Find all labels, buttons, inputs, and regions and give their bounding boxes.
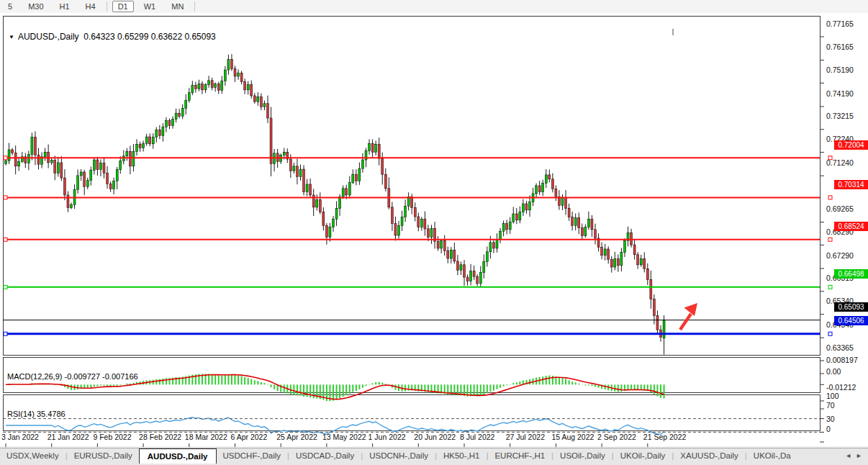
chart-tab-eurchf-h1[interactable]: EURCHF-,H1 — [488, 449, 551, 461]
chart-tab-ukoil-daily[interactable]: UKOil-,Daily — [614, 449, 672, 461]
timeframe-button-5[interactable]: 5 — [2, 1, 18, 12]
rsi-scale-label: 0 — [826, 425, 831, 433]
chart-tab-usoil-daily[interactable]: USOil-,Daily — [553, 449, 612, 461]
timeframe-toolbar: 5M30H1H4D1W1MN — [0, 0, 868, 14]
price-flag-label: 0.72004 — [834, 140, 868, 150]
price-axis-label: 0.71240 — [826, 158, 854, 167]
rsi-indicator-label: RSI(14) 35.4786 — [7, 410, 65, 418]
date-axis-label: 21 Jan 2022 — [48, 433, 89, 441]
chart-ohlc-values: 0.64323 0.65299 0.63622 0.65093 — [83, 32, 216, 42]
rsi-scale-label: 70 — [826, 401, 835, 410]
date-axis-label: 27 Jul 2022 — [506, 433, 545, 441]
date-axis-label: 9 Feb 2022 — [93, 433, 131, 441]
chart-tab-usdchf-daily[interactable]: USDCHF-,Daily — [217, 449, 288, 461]
date-axis-label: 2 Sep 2022 — [597, 433, 636, 441]
date-axis-label: 1 Jun 2022 — [369, 433, 406, 441]
chart-tab-ukoil-da[interactable]: UKOil-,Da — [747, 449, 797, 461]
macd-scale-label: 0.008197 — [826, 356, 858, 364]
hline-handle — [828, 332, 832, 335]
hline-handle — [828, 196, 832, 199]
date-axis-label: 8 Jul 2022 — [460, 433, 494, 441]
rsi-pane[interactable] — [3, 394, 820, 431]
rsi-scale-label: 30 — [826, 415, 835, 423]
rsi-scale-label: 100 — [826, 392, 839, 400]
date-axis-label: 25 Apr 2022 — [276, 433, 317, 441]
tab-scroll-buttons: ◄► — [845, 448, 868, 459]
chart-window: ▼AUDUSD-,Daily 0.64323 0.65299 0.63622 0… — [0, 13, 868, 446]
timeframe-button-h1[interactable]: H1 — [54, 1, 76, 12]
price-flag-label: 0.68524 — [834, 222, 868, 231]
chart-tab-eurusd-daily[interactable]: EURUSD-,Daily — [68, 449, 139, 461]
hline-handle — [828, 238, 832, 241]
price-flag-label: 0.64506 — [834, 316, 868, 325]
tab-scroll-left-icon[interactable]: ◄ — [845, 452, 851, 459]
date-axis-label: 6 Apr 2022 — [231, 433, 268, 441]
date-axis-label: 13 May 2022 — [322, 433, 366, 441]
chart-tab-bar: USDX,Weekly|EURUSD-,DailyAUDUSD-,DailyUS… — [0, 448, 868, 465]
date-axis-label: 15 Aug 2022 — [551, 433, 594, 441]
date-axis-label: 28 Feb 2022 — [139, 433, 181, 441]
price-axis-label: 0.75190 — [826, 66, 854, 74]
chart-symbol-label: AUDUSD-,Daily — [18, 32, 79, 42]
date-axis-label: 18 Mar 2022 — [185, 433, 227, 441]
toolbar-separator — [194, 1, 195, 12]
mt4-terminal: 5M30H1H4D1W1MN ▼AUDUSD-,Daily 0.64323 0.… — [0, 0, 868, 465]
price-flag-label: 0.70314 — [834, 180, 868, 189]
timeframe-button-w1[interactable]: W1 — [138, 1, 162, 12]
timeframe-button-m30[interactable]: M30 — [22, 1, 49, 12]
date-axis-label: 21 Sep 2022 — [643, 433, 687, 441]
chart-tab-audusd-daily[interactable]: AUDUSD-,Daily — [139, 448, 217, 464]
price-flag-label: 0.65093 — [834, 302, 868, 312]
chart-tab-usdcad-daily[interactable]: USDCAD-,Daily — [289, 449, 361, 461]
macd-indicator-label: MACD(12,26,9) -0.009727 -0.007166 — [7, 372, 138, 381]
price-axis-label: 0.77165 — [826, 19, 854, 28]
price-flag-label: 0.66498 — [834, 269, 868, 279]
date-axis-label: 3 Jan 2022 — [1, 433, 39, 441]
chart-tab-xauusd-daily[interactable]: XAUUSD-,Daily — [674, 449, 745, 461]
chart-tab-usdx-weekly[interactable]: USDX,Weekly — [0, 449, 65, 461]
timeframe-button-mn[interactable]: MN — [166, 1, 189, 12]
price-axis-label: 0.76165 — [826, 42, 854, 51]
chart-dropdown-icon[interactable]: ▼ — [9, 34, 14, 40]
macd-scale-label: 0.00 — [826, 367, 841, 376]
date-axis-label: 20 Jun 2022 — [414, 433, 456, 441]
price-axis-label: 0.63365 — [826, 343, 854, 352]
price-pane[interactable] — [3, 16, 820, 356]
price-axis-label: 0.74190 — [826, 89, 854, 98]
hline-handle — [828, 285, 832, 289]
timeframe-button-h4[interactable]: H4 — [80, 1, 101, 12]
chart-title: ▼AUDUSD-,Daily 0.64323 0.65299 0.63622 0… — [9, 32, 216, 42]
price-axis-label: 0.69265 — [826, 204, 854, 213]
price-axis-label: 0.73215 — [826, 112, 854, 120]
chart-tab-usdcnh-daily[interactable]: USDCNH-,Daily — [363, 449, 435, 461]
chart-tab-hk50-h1[interactable]: HK50-,H1 — [437, 449, 487, 461]
tab-scroll-right-icon[interactable]: ► — [856, 452, 862, 459]
price-axis-label: 0.67290 — [826, 251, 854, 260]
timeframe-button-d1[interactable]: D1 — [112, 1, 134, 12]
toolbar-separator — [107, 1, 107, 12]
